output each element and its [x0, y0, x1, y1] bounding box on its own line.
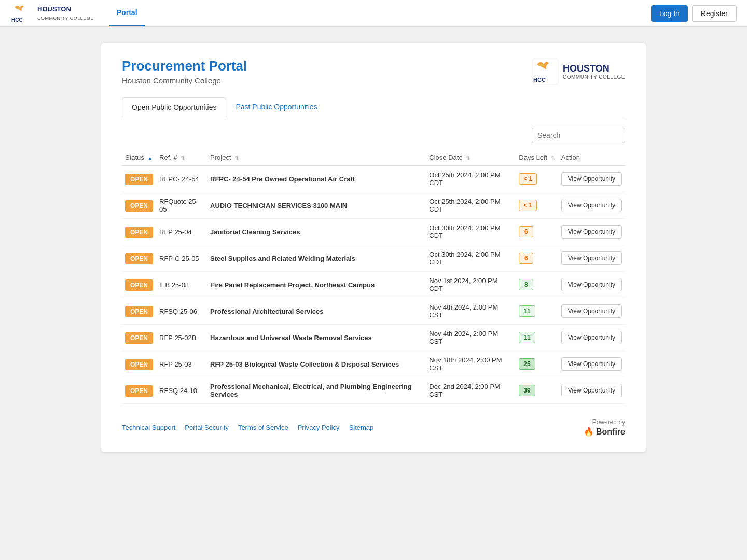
status-badge: OPEN: [125, 174, 153, 185]
cell-project-4: Fire Panel Replacement Project, Northeas…: [207, 272, 426, 298]
cell-close-date-7: Nov 18th 2024, 2:00 PM CST: [426, 351, 516, 377]
bonfire-name: Bonfire: [596, 427, 625, 437]
col-status[interactable]: Status ▲: [122, 149, 156, 166]
cell-days-left-3: 6: [516, 245, 558, 272]
cell-project-5: Professional Architectural Services: [207, 298, 426, 325]
portal-header: Procurement Portal Houston Community Col…: [122, 58, 625, 85]
view-opportunity-button[interactable]: View Opportunity: [561, 304, 622, 318]
portal-footer: Technical Support Portal Security Terms …: [122, 418, 625, 437]
cell-close-date-3: Oct 30th 2024, 2:00 PM CDT: [426, 245, 516, 272]
login-button[interactable]: Log In: [651, 5, 688, 22]
nav-links: Portal: [109, 0, 651, 26]
cell-days-left-4: 8: [516, 272, 558, 298]
nav-buttons: Log In Register: [651, 5, 737, 22]
days-badge: 11: [519, 332, 535, 343]
status-badge: OPEN: [125, 200, 153, 212]
footer-link-privacy[interactable]: Privacy Policy: [298, 424, 340, 431]
cell-ref-6: RFP 25-02B: [156, 325, 207, 351]
footer-link-portal-security[interactable]: Portal Security: [185, 424, 229, 431]
cell-action-1: View Opportunity: [558, 192, 625, 219]
powered-by-block: Powered by 🔥 Bonfire: [584, 418, 625, 437]
cell-ref-2: RFP 25-04: [156, 219, 207, 245]
view-opportunity-button[interactable]: View Opportunity: [561, 278, 622, 291]
col-project[interactable]: Project ⇅: [207, 149, 426, 166]
table-row: OPEN RFQuote 25-05 AUDIO TECHNICIAN SERV…: [122, 192, 625, 219]
view-opportunity-button[interactable]: View Opportunity: [561, 251, 622, 265]
cell-days-left-8: 39: [516, 377, 558, 404]
days-badge: 25: [519, 358, 535, 370]
cell-status-3: OPEN: [122, 245, 156, 272]
col-close-date[interactable]: Close Date ⇅: [426, 149, 516, 166]
view-opportunity-button[interactable]: View Opportunity: [561, 331, 622, 344]
cell-ref-5: RFSQ 25-06: [156, 298, 207, 325]
cell-ref-1: RFQuote 25-05: [156, 192, 207, 219]
table-row: OPEN RFP 25-02B Hazardous and Universal …: [122, 325, 625, 351]
cell-close-date-6: Nov 4th 2024, 2:00 PM CST: [426, 325, 516, 351]
cell-action-4: View Opportunity: [558, 272, 625, 298]
search-row: [122, 128, 625, 143]
footer-link-tech-support[interactable]: Technical Support: [122, 424, 175, 431]
footer-link-terms[interactable]: Terms of Service: [238, 424, 288, 431]
cell-status-4: OPEN: [122, 272, 156, 298]
days-badge: 8: [519, 279, 533, 290]
days-badge: < 1: [519, 200, 537, 211]
cell-close-date-5: Nov 4th 2024, 2:00 PM CST: [426, 298, 516, 325]
cell-ref-4: IFB 25-08: [156, 272, 207, 298]
search-input[interactable]: [532, 128, 625, 143]
cell-status-5: OPEN: [122, 298, 156, 325]
cell-project-1: AUDIO TECHNICIAN SERVICES 3100 MAIN: [207, 192, 426, 219]
cell-project-7: RFP 25-03 Biological Waste Collection & …: [207, 351, 426, 377]
footer-link-sitemap[interactable]: Sitemap: [349, 424, 374, 431]
cell-ref-7: RFP 25-03: [156, 351, 207, 377]
cell-close-date-0: Oct 25th 2024, 2:00 PM CDT: [426, 166, 516, 192]
powered-by-label: Powered by: [584, 418, 625, 426]
portal-subtitle: Houston Community College: [122, 76, 247, 85]
cell-close-date-8: Dec 2nd 2024, 2:00 PM CST: [426, 377, 516, 404]
col-days-left[interactable]: Days Left ⇅: [516, 149, 558, 166]
cell-action-2: View Opportunity: [558, 219, 625, 245]
nav-logo: HCC HOUSTONCOMMUNITY COLLEGE: [10, 2, 94, 25]
table-row: OPEN RFSQ 25-06 Professional Architectur…: [122, 298, 625, 325]
cell-days-left-5: 11: [516, 298, 558, 325]
svg-text:HCC: HCC: [533, 77, 546, 83]
tabs-bar: Open Public Opportunities Past Public Op…: [122, 97, 625, 117]
cell-project-3: Steel Supplies and Related Welding Mater…: [207, 245, 426, 272]
status-badge: OPEN: [125, 359, 153, 370]
table-row: OPEN IFB 25-08 Fire Panel Replacement Pr…: [122, 272, 625, 298]
footer-links: Technical Support Portal Security Terms …: [122, 424, 374, 431]
cell-action-0: View Opportunity: [558, 166, 625, 192]
days-badge: 11: [519, 305, 535, 317]
days-badge: < 1: [519, 173, 537, 185]
cell-status-7: OPEN: [122, 351, 156, 377]
portal-org-name: HOUSTON COMMUNITY COLLEGE: [563, 63, 625, 80]
cell-days-left-2: 6: [516, 219, 558, 245]
status-badge: OPEN: [125, 253, 153, 264]
tab-past-opportunities[interactable]: Past Public Opportunities: [226, 97, 326, 117]
bonfire-logo: 🔥 Bonfire: [584, 427, 625, 437]
days-badge: 6: [519, 226, 533, 237]
cell-action-6: View Opportunity: [558, 325, 625, 351]
cell-action-8: View Opportunity: [558, 377, 625, 404]
view-opportunity-button[interactable]: View Opportunity: [561, 172, 622, 186]
days-badge: 6: [519, 253, 533, 264]
top-navigation: HCC HOUSTONCOMMUNITY COLLEGE Portal Log …: [0, 0, 747, 27]
col-action: Action: [558, 149, 625, 166]
cell-days-left-0: < 1: [516, 166, 558, 192]
cell-status-1: OPEN: [122, 192, 156, 219]
view-opportunity-button[interactable]: View Opportunity: [561, 199, 622, 212]
tab-open-opportunities[interactable]: Open Public Opportunities: [122, 97, 226, 117]
view-opportunity-button[interactable]: View Opportunity: [561, 225, 622, 239]
cell-action-3: View Opportunity: [558, 245, 625, 272]
cell-days-left-1: < 1: [516, 192, 558, 219]
register-button[interactable]: Register: [692, 5, 737, 22]
portal-title-block: Procurement Portal Houston Community Col…: [122, 58, 247, 85]
view-opportunity-button[interactable]: View Opportunity: [561, 357, 622, 371]
status-badge: OPEN: [125, 227, 153, 238]
cell-status-6: OPEN: [122, 325, 156, 351]
col-ref[interactable]: Ref. # ⇅: [156, 149, 207, 166]
cell-days-left-7: 25: [516, 351, 558, 377]
status-badge: OPEN: [125, 279, 153, 291]
table-row: OPEN RFP 25-03 RFP 25-03 Biological Wast…: [122, 351, 625, 377]
view-opportunity-button[interactable]: View Opportunity: [561, 384, 622, 397]
nav-link-portal[interactable]: Portal: [109, 0, 145, 26]
